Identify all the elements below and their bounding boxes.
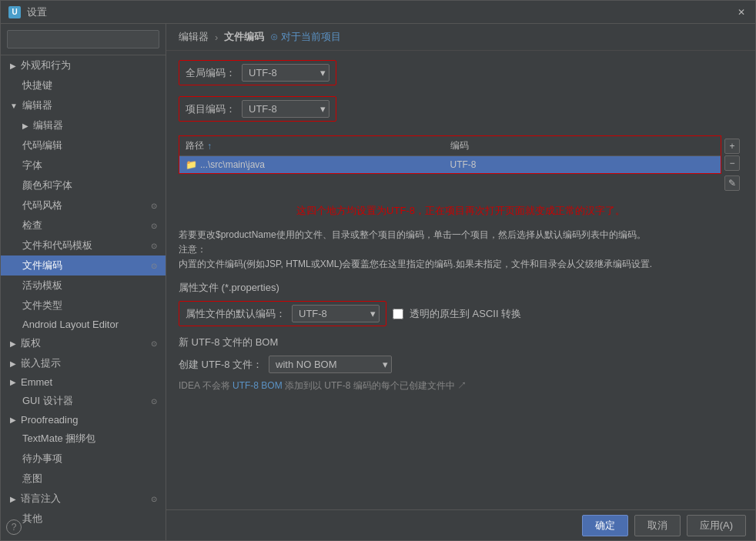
settings-window: U 设置 ✕ ▶ 外观和行为 快捷键 ▼ 编辑器 [0, 0, 756, 541]
project-encoding-label: 项目编码： [186, 102, 236, 116]
sidebar-item-file-template[interactable]: 文件和代码模板 ⊙ [1, 235, 166, 255]
breadcrumb-current: 文件编码 [224, 30, 264, 44]
settings-panel: 全局编码： UTF-8 GBK ISO-8859-1 项目编码： [166, 51, 755, 509]
global-encoding-select[interactable]: UTF-8 GBK ISO-8859-1 [249, 67, 313, 78]
info-text: 这四个地方均设置为UTF-8，正在项目再次打开页面就变成正常的汉字了。 [179, 203, 743, 219]
badge-icon-3: ⊙ [149, 240, 159, 251]
sidebar-item-editor[interactable]: ▼ 编辑器 [1, 95, 166, 115]
button-bar: 确定 取消 应用(A) [166, 509, 755, 540]
sidebar-item-code-style[interactable]: 代码风格 ⊙ [1, 195, 166, 215]
window-title: 设置 [27, 5, 47, 19]
arrow-icon-lang: ▶ [10, 495, 16, 503]
transparent-label: 透明的原生到 ASCII 转换 [410, 307, 521, 321]
bom-note: IDEA 不会将 UTF-8 BOM 添加到以 UTF-8 编码的每个已创建文件… [179, 379, 743, 392]
sidebar-item-file-type[interactable]: 文件类型 [1, 296, 166, 316]
badge-icon-6: ⊙ [149, 396, 159, 406]
encoding-table-wrapper: 路径 ↑ 编码 📁 ...\src\main\java UTF-8 [179, 135, 743, 194]
properties-encoding-label: 属性文件的默认编码： [186, 307, 286, 321]
arrow-icon-editor-sub: ▶ [22, 122, 28, 130]
title-bar-controls: ✕ [735, 6, 748, 18]
col-encoding-header: 编码 [450, 139, 715, 152]
folder-icon: 📁 [186, 159, 197, 170]
properties-encoding-dropdown[interactable]: UTF-8 GBK ISO-8859-1 [292, 305, 380, 322]
breadcrumb-parent: 编辑器 [179, 30, 209, 44]
arrow-icon-editor: ▼ [10, 102, 18, 110]
close-button[interactable]: ✕ [735, 6, 748, 18]
search-box [1, 24, 166, 55]
arrow-icon-emmet: ▶ [10, 378, 16, 386]
project-encoding-select[interactable]: UTF-8 GBK ISO-8859-1 [249, 103, 313, 115]
help-text-1: 若要更改$productName使用的文件、目录或整个项目的编码，单击一个项目，… [179, 228, 743, 272]
properties-encoding-section: 属性文件的默认编码： UTF-8 GBK ISO-8859-1 [179, 301, 386, 326]
content-area: ▶ 外观和行为 快捷键 ▼ 编辑器 ▶ 编辑器 代码编辑 字体 颜色和字体 [1, 24, 755, 540]
sidebar-item-todo[interactable]: 待办事项 [1, 449, 166, 469]
bom-select[interactable]: with NO BOM with BOM always add BOM [276, 359, 373, 370]
sidebar-item-appearance[interactable]: ▶ 外观和行为 [1, 55, 166, 75]
arrow-icon-proofreading: ▶ [10, 416, 16, 424]
sidebar-item-file-encoding[interactable]: 文件编码 ⊙ [1, 255, 166, 276]
sidebar: ▶ 外观和行为 快捷键 ▼ 编辑器 ▶ 编辑器 代码编辑 字体 颜色和字体 [1, 24, 166, 540]
project-encoding-section: 项目编码： UTF-8 GBK ISO-8859-1 [179, 96, 336, 122]
sidebar-item-keymap[interactable]: 快捷键 [1, 75, 166, 95]
bom-row: 创建 UTF-8 文件： with NO BOM with BOM always… [179, 356, 743, 373]
badge-icon-5: ⊙ [149, 338, 159, 349]
sidebar-item-code-edit[interactable]: 代码编辑 [1, 135, 166, 155]
add-row-button[interactable]: + [724, 139, 740, 154]
sidebar-item-textmate[interactable]: TextMate 捆绑包 [1, 429, 166, 449]
sidebar-item-lang-inject[interactable]: ▶ 语言注入 ⊙ [1, 489, 166, 509]
sidebar-item-emmet[interactable]: ▶ Emmet [1, 373, 166, 391]
global-encoding-label: 全局编码： [186, 66, 236, 80]
breadcrumb: 编辑器 › 文件编码 ⊙ 对于当前项目 [166, 24, 755, 51]
cancel-button[interactable]: 取消 [634, 515, 681, 536]
remove-row-button[interactable]: − [724, 155, 740, 171]
badge-icon: ⊙ [149, 200, 159, 211]
bom-label: 创建 UTF-8 文件： [179, 358, 263, 372]
path-cell: 📁 ...\src\main\java [186, 159, 450, 170]
sidebar-item-font[interactable]: 字体 [1, 155, 166, 175]
help-button[interactable]: ? [6, 519, 22, 535]
transparent-checkbox[interactable] [393, 309, 403, 319]
bom-section: 新 UTF-8 文件的 BOM 创建 UTF-8 文件： with NO BOM… [179, 336, 743, 392]
edit-row-button[interactable]: ✎ [724, 175, 740, 191]
sidebar-item-editor-sub[interactable]: ▶ 编辑器 [1, 115, 166, 135]
arrow-icon: ▶ [10, 62, 16, 70]
sidebar-item-copyright[interactable]: ▶ 版权 ⊙ [1, 333, 166, 353]
sidebar-item-color-font[interactable]: 颜色和字体 [1, 175, 166, 195]
arrow-icon-embed: ▶ [10, 359, 16, 368]
sidebar-item-live-template[interactable]: 活动模板 [1, 276, 166, 296]
main-content: 编辑器 › 文件编码 ⊙ 对于当前项目 全局编码： UTF-8 GBK [166, 24, 755, 540]
breadcrumb-project-link[interactable]: ⊙ 对于当前项目 [270, 30, 341, 44]
sidebar-item-gui[interactable]: GUI 设计器 ⊙ [1, 391, 166, 411]
sidebar-item-inspection[interactable]: 检查 ⊙ [1, 215, 166, 235]
global-encoding-section: 全局编码： UTF-8 GBK ISO-8859-1 [179, 60, 336, 85]
encoding-table: 路径 ↑ 编码 📁 ...\src\main\java UTF-8 [179, 135, 721, 174]
confirm-button[interactable]: 确定 [582, 515, 628, 536]
sidebar-item-proofreading[interactable]: ▶ Proofreading [1, 411, 166, 429]
badge-icon-7: ⊙ [149, 493, 159, 504]
bom-dropdown[interactable]: with NO BOM with BOM always add BOM [269, 356, 392, 373]
title-bar-left: U 设置 [8, 5, 47, 19]
col-path-header: 路径 ↑ [186, 139, 450, 152]
table-header: 路径 ↑ 编码 [179, 136, 721, 156]
table-row[interactable]: 📁 ...\src\main\java UTF-8 [179, 156, 721, 173]
transparent-row: 透明的原生到 ASCII 转换 [393, 307, 521, 321]
title-bar: U 设置 ✕ [1, 1, 755, 24]
arrow-icon-copyright: ▶ [10, 339, 16, 348]
sidebar-item-intention[interactable]: 意图 [1, 469, 166, 489]
apply-button[interactable]: 应用(A) [687, 515, 746, 536]
app-icon: U [8, 6, 21, 18]
search-input[interactable] [7, 30, 159, 48]
table-actions: + − ✎ [721, 135, 743, 194]
global-encoding-dropdown[interactable]: UTF-8 GBK ISO-8859-1 [242, 64, 329, 82]
badge-icon-2: ⊙ [149, 220, 159, 231]
bom-link[interactable]: UTF-8 BOM [232, 380, 283, 391]
sidebar-item-android-layout[interactable]: Android Layout Editor [1, 316, 166, 333]
sidebar-item-embed[interactable]: ▶ 嵌入提示 [1, 353, 166, 373]
sidebar-item-other[interactable]: 其他 [1, 509, 166, 529]
bom-section-title: 新 UTF-8 文件的 BOM [179, 336, 743, 349]
project-encoding-dropdown[interactable]: UTF-8 GBK ISO-8859-1 [242, 100, 329, 118]
badge-icon-4: ⊙ [149, 260, 159, 271]
properties-encoding-select[interactable]: UTF-8 GBK ISO-8859-1 [299, 308, 363, 319]
breadcrumb-arrow: › [215, 32, 218, 43]
properties-section-title: 属性文件 (*.properties) [179, 281, 743, 295]
